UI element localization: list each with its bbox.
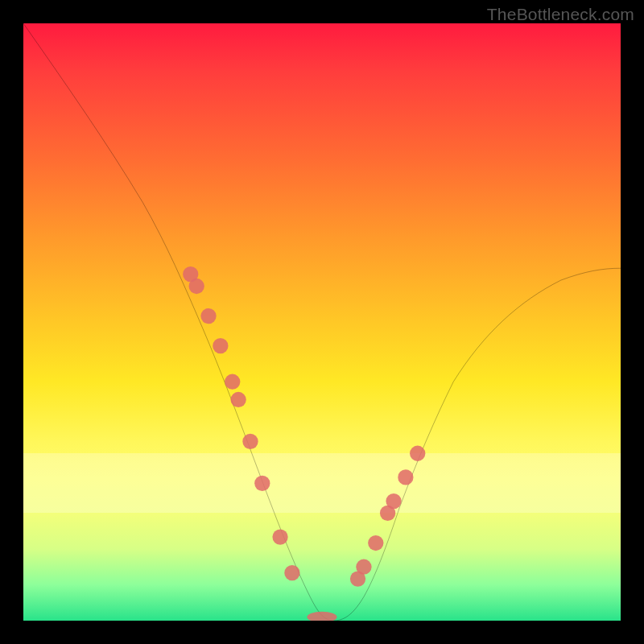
marker-dot — [242, 434, 258, 449]
marker-dot — [189, 279, 204, 294]
marker-points — [183, 266, 425, 621]
marker-dot — [284, 565, 299, 580]
marker-dot — [225, 374, 240, 390]
marker-dot — [356, 559, 371, 575]
bottleneck-curve — [23, 23, 621, 621]
plot-area — [23, 23, 621, 621]
marker-dot — [200, 308, 216, 324]
marker-dot — [230, 392, 246, 407]
marker-dot — [254, 476, 270, 491]
marker-dot — [410, 446, 425, 461]
chart-stage: TheBottleneck.com — [0, 0, 644, 644]
marker-dot — [386, 493, 401, 509]
branding-watermark: TheBottleneck.com — [487, 5, 634, 24]
marker-dot — [398, 469, 413, 485]
marker-dot — [368, 535, 383, 551]
curve-layer — [23, 23, 621, 621]
marker-dot — [307, 612, 336, 621]
marker-dot — [272, 529, 287, 544]
marker-dot — [213, 338, 228, 353]
